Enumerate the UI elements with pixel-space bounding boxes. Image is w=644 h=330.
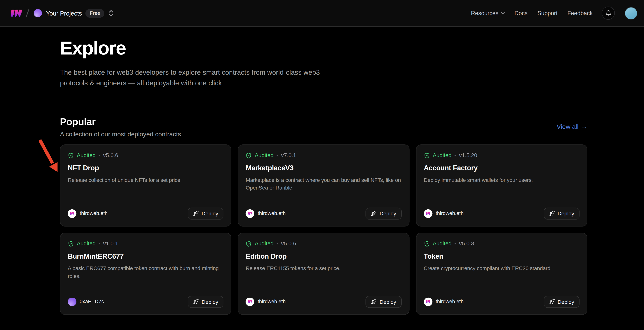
badge-separator: •	[98, 152, 100, 158]
project-switcher[interactable]: Your Projects	[34, 9, 82, 17]
thirdweb-logo-icon	[248, 212, 252, 215]
contract-title: MarketplaceV3	[246, 164, 402, 172]
audited-badge: Audited	[255, 241, 274, 247]
contract-card-token[interactable]: Audited • v5.0.3 Token Create cryptocurr…	[416, 233, 588, 315]
contract-description: Release collection of unique NFTs for a …	[68, 176, 224, 184]
publisher-name: 0xaF...D7c	[80, 299, 104, 305]
publisher-name: thirdweb.eth	[436, 211, 464, 216]
thirdweb-logo-icon	[70, 212, 74, 215]
publisher-avatar	[68, 298, 76, 306]
audited-badge: Audited	[77, 241, 96, 247]
audited-badge: Audited	[433, 152, 452, 158]
project-switcher-button[interactable]	[108, 9, 114, 17]
top-header: Your Projects Free Resources Docs Suppor…	[0, 0, 644, 26]
contract-version: v5.0.6	[103, 152, 118, 158]
contract-card-edition-drop[interactable]: Audited • v5.0.6 Edition Drop Release ER…	[238, 233, 409, 315]
notifications-button[interactable]	[602, 6, 615, 20]
page: Your Projects Free Resources Docs Suppor…	[0, 0, 644, 330]
shield-check-icon	[246, 152, 252, 159]
chevron-down-icon	[500, 12, 504, 14]
shield-check-icon	[424, 240, 430, 247]
contract-title: Token	[424, 252, 580, 261]
publisher-link[interactable]: thirdweb.eth	[246, 209, 286, 218]
arrow-right-icon: →	[581, 123, 588, 131]
nav-feedback[interactable]: Feedback	[567, 10, 593, 16]
nav-docs[interactable]: Docs	[514, 10, 528, 16]
header-nav: Resources Docs Support Feedback	[471, 6, 638, 20]
contract-version: v1.0.1	[103, 241, 118, 247]
user-avatar[interactable]	[625, 7, 638, 19]
view-all-label: View all	[557, 123, 578, 131]
main-content: Explore The best place for web3 develope…	[0, 38, 644, 315]
thirdweb-logo-glyphs	[11, 9, 22, 17]
popular-section: Popular A collection of our most deploye…	[60, 116, 644, 315]
contract-description: Create cryptocurrency compliant with ERC…	[424, 264, 580, 272]
contract-card-nft-drop[interactable]: Audited • v5.0.6 NFT Drop Release collec…	[60, 144, 231, 226]
publisher-link[interactable]: thirdweb.eth	[246, 298, 286, 306]
contract-title: NFT Drop	[68, 164, 224, 172]
contract-card-marketplacev3[interactable]: Audited • v7.0.1 MarketplaceV3 Marketpla…	[238, 144, 409, 226]
nav-support[interactable]: Support	[537, 10, 558, 16]
contract-version: v5.0.3	[459, 241, 474, 247]
rocket-icon	[371, 211, 377, 216]
contracts-grid: Audited • v5.0.6 NFT Drop Release collec…	[60, 144, 588, 315]
page-title: Explore	[60, 38, 644, 59]
publisher-link[interactable]: 0xaF...D7c	[68, 298, 104, 306]
page-description: The best place for web3 developers to ex…	[60, 67, 350, 88]
deploy-label: Deploy	[558, 299, 574, 305]
rocket-icon	[193, 211, 199, 216]
deploy-button[interactable]: Deploy	[366, 208, 402, 220]
contract-title: BurnMintERC677	[68, 252, 224, 261]
shield-check-icon	[68, 152, 74, 159]
publisher-link[interactable]: thirdweb.eth	[424, 298, 464, 306]
publisher-link[interactable]: thirdweb.eth	[424, 209, 464, 218]
contract-description: Release ERC1155 tokens for a set price.	[246, 264, 402, 272]
deploy-label: Deploy	[380, 210, 396, 217]
deploy-label: Deploy	[558, 210, 574, 217]
rocket-icon	[549, 299, 555, 305]
shield-check-icon	[424, 152, 430, 159]
publisher-name: thirdweb.eth	[436, 299, 464, 305]
contract-card-account-factory[interactable]: Audited • v1.5.20 Account Factory Deploy…	[416, 144, 588, 226]
view-all-link[interactable]: View all →	[557, 123, 588, 131]
plan-badge[interactable]: Free	[86, 9, 104, 17]
audited-badge: Audited	[77, 152, 96, 158]
deploy-button[interactable]: Deploy	[188, 208, 224, 220]
badge-separator: •	[98, 241, 100, 247]
deploy-button[interactable]: Deploy	[188, 296, 224, 308]
deploy-label: Deploy	[202, 299, 218, 305]
deploy-button[interactable]: Deploy	[544, 208, 580, 220]
publisher-name: thirdweb.eth	[258, 299, 286, 305]
publisher-avatar	[424, 298, 432, 306]
project-avatar	[34, 9, 42, 17]
thirdweb-logo[interactable]	[11, 9, 22, 17]
publisher-link[interactable]: thirdweb.eth	[68, 209, 108, 218]
chevrons-up-down-icon	[108, 10, 114, 16]
badge-separator: •	[454, 152, 456, 158]
deploy-button[interactable]: Deploy	[544, 296, 580, 308]
badge-separator: •	[454, 241, 456, 247]
shield-check-icon	[68, 240, 74, 247]
nav-resources-label: Resources	[471, 10, 498, 16]
shield-check-icon	[246, 240, 252, 247]
contract-title: Account Factory	[424, 164, 580, 172]
popular-subtitle: A collection of our most deployed contra…	[60, 130, 183, 138]
contract-version: v7.0.1	[281, 152, 296, 158]
contract-description: Deploy immutable smart wallets for your …	[424, 176, 580, 184]
rocket-icon	[549, 211, 555, 216]
nav-resources[interactable]: Resources	[471, 10, 505, 16]
publisher-avatar	[246, 209, 254, 218]
audited-badge: Audited	[433, 241, 452, 247]
thirdweb-logo-icon	[426, 300, 430, 304]
deploy-button[interactable]: Deploy	[366, 296, 402, 308]
contract-card-burnminterc677[interactable]: Audited • v1.0.1 BurnMintERC677 A basic …	[60, 233, 231, 315]
contract-title: Edition Drop	[246, 252, 402, 261]
contract-description: Marketplace is a contract where you can …	[246, 176, 402, 191]
rocket-icon	[193, 299, 199, 305]
audited-badge: Audited	[255, 152, 274, 158]
thirdweb-logo-icon	[248, 300, 252, 304]
breadcrumb-divider	[26, 9, 30, 17]
publisher-name: thirdweb.eth	[80, 211, 108, 216]
publisher-avatar	[424, 209, 432, 218]
contract-version: v5.0.6	[281, 241, 296, 247]
